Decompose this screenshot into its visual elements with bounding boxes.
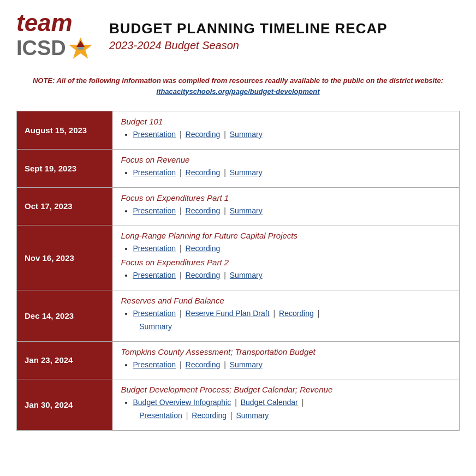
link-recording[interactable]: Recording — [186, 244, 221, 253]
content-cell: Budget Development Process; Budget Calen… — [112, 379, 460, 431]
link-presentation[interactable]: Presentation — [133, 206, 176, 215]
links-list: Presentation | Recording — [133, 242, 451, 255]
link-summary[interactable]: Summary — [236, 411, 269, 420]
table-row: Jan 30, 2024Budget Development Process; … — [17, 379, 460, 431]
link-presentation[interactable]: Presentation — [133, 309, 176, 318]
page-header: team ICSD BUDGET PLANNING TIMELINE RECAP… — [16, 11, 460, 61]
note-link[interactable]: ithacacityschools.org/page/budget-develo… — [156, 87, 319, 96]
link-reserve-fund-plan-draft[interactable]: Reserve Fund Plan Draft — [186, 309, 270, 318]
list-item: Budget Overview Infographic | Budget Cal… — [133, 396, 451, 423]
links-list: Presentation | Reserve Fund Plan Draft |… — [133, 307, 451, 334]
link-separator: | — [177, 130, 183, 139]
date-cell: August 15, 2023 — [17, 111, 112, 150]
link-budget-overview-infographic[interactable]: Budget Overview Infographic — [133, 398, 231, 407]
timeline-table: August 15, 2023Budget 101Presentation | … — [16, 111, 460, 431]
link-separator: | — [222, 206, 228, 215]
table-row: Dec 14, 2023Reserves and Fund BalancePre… — [17, 290, 460, 341]
session-title: Budget Development Process; Budget Calen… — [121, 385, 451, 394]
link-summary[interactable]: Summary — [230, 168, 263, 177]
session-title: Budget 101 — [121, 117, 451, 126]
link-presentation[interactable]: Presentation — [133, 168, 176, 177]
date-cell: Jan 23, 2024 — [17, 341, 112, 379]
content-cell: Tompkins County Assessment; Transportati… — [112, 341, 460, 379]
svg-rect-3 — [78, 50, 84, 52]
link-separator: | — [177, 244, 183, 253]
link-presentation[interactable]: Presentation — [139, 411, 182, 420]
session-title: Tompkins County Assessment; Transportati… — [121, 347, 451, 356]
content-cell: Focus on RevenuePresentation | Recording… — [112, 149, 460, 187]
links-list: Presentation | Recording | Summary — [133, 128, 451, 141]
link-presentation[interactable]: Presentation — [133, 360, 176, 369]
logo: team ICSD — [16, 11, 93, 61]
link-separator: | — [177, 206, 183, 215]
table-row: Nov 16, 2023Long-Range Planning for Futu… — [17, 225, 460, 290]
link-presentation[interactable]: Presentation — [133, 130, 176, 139]
page-subtitle: 2023-2024 Budget Season — [109, 39, 460, 52]
link-recording[interactable]: Recording — [186, 130, 221, 139]
link-summary[interactable]: Summary — [230, 130, 263, 139]
date-cell: Sept 19, 2023 — [17, 149, 112, 187]
list-item: Presentation | Recording | Summary — [133, 359, 451, 372]
content-cell: Long-Range Planning for Future Capital P… — [112, 225, 460, 290]
link-presentation[interactable]: Presentation — [133, 271, 176, 279]
link-separator: | — [222, 360, 228, 369]
content-cell: Reserves and Fund BalancePresentation | … — [112, 290, 460, 341]
links-list: Presentation | Recording | Summary — [133, 359, 451, 372]
link-summary[interactable]: Summary — [230, 271, 263, 279]
link-separator: | — [222, 271, 228, 279]
page-title: BUDGET PLANNING TIMELINE RECAP — [109, 20, 460, 37]
link-budget-calendar[interactable]: Budget Calendar — [241, 398, 298, 407]
logo-icsd-text: ICSD — [16, 38, 66, 58]
svg-marker-1 — [76, 41, 85, 47]
link-presentation[interactable]: Presentation — [133, 244, 176, 253]
link-summary[interactable]: Summary — [139, 322, 172, 331]
note-box: NOTE: All of the following information w… — [16, 71, 460, 101]
logo-team-text: team — [16, 11, 93, 35]
table-row: Sept 19, 2023Focus on RevenuePresentatio… — [17, 149, 460, 187]
link-separator: | — [177, 360, 183, 369]
link-separator: | — [177, 168, 183, 177]
list-item: Presentation | Recording | Summary — [133, 205, 451, 218]
session-title: Long-Range Planning for Future Capital P… — [121, 231, 451, 240]
date-cell: Nov 16, 2023 — [17, 225, 112, 290]
link-separator: | — [177, 271, 183, 279]
session-title: Focus on Expenditures Part 2 — [121, 258, 451, 267]
table-row: Jan 23, 2024Tompkins County Assessment; … — [17, 341, 460, 379]
session-title: Focus on Revenue — [121, 155, 451, 164]
link-recording[interactable]: Recording — [279, 309, 314, 318]
links-list: Presentation | Recording | Summary — [133, 205, 451, 218]
session-title: Focus on Expenditures Part 1 — [121, 193, 451, 203]
link-separator: | — [222, 130, 228, 139]
table-row: Oct 17, 2023Focus on Expenditures Part 1… — [17, 187, 460, 225]
content-cell: Focus on Expenditures Part 1Presentation… — [112, 187, 460, 225]
link-recording[interactable]: Recording — [186, 360, 221, 369]
list-item: Presentation | Recording | Summary — [133, 269, 451, 282]
logo-icsd-row: ICSD — [16, 35, 93, 61]
links-list: Budget Overview Infographic | Budget Cal… — [133, 396, 451, 423]
date-cell: Oct 17, 2023 — [17, 187, 112, 225]
list-item: Presentation | Recording | Summary — [133, 128, 451, 141]
link-summary[interactable]: Summary — [230, 360, 263, 369]
date-cell: Jan 30, 2024 — [17, 379, 112, 431]
session-title: Reserves and Fund Balance — [121, 296, 451, 305]
content-cell: Budget 101Presentation | Recording | Sum… — [112, 111, 460, 150]
link-summary[interactable]: Summary — [230, 206, 263, 215]
note-body: NOTE: All of the following information w… — [33, 76, 443, 85]
date-cell: Dec 14, 2023 — [17, 290, 112, 341]
links-list: Presentation | Recording | Summary — [133, 269, 451, 282]
list-item: Presentation | Reserve Fund Plan Draft |… — [133, 307, 451, 334]
link-recording[interactable]: Recording — [192, 411, 227, 420]
list-item: Presentation | Recording | Summary — [133, 166, 451, 180]
table-row: August 15, 2023Budget 101Presentation | … — [17, 111, 460, 150]
logo-star-icon — [68, 35, 93, 61]
link-recording[interactable]: Recording — [186, 206, 221, 215]
link-recording[interactable]: Recording — [186, 168, 221, 177]
link-recording[interactable]: Recording — [186, 271, 221, 279]
note-text: NOTE: All of the following information w… — [19, 75, 457, 97]
title-area: BUDGET PLANNING TIMELINE RECAP 2023-2024… — [109, 20, 460, 52]
logo-area: team ICSD — [16, 11, 93, 61]
links-list: Presentation | Recording | Summary — [133, 166, 451, 180]
link-separator: | — [222, 168, 228, 177]
svg-rect-2 — [78, 47, 84, 50]
list-item: Presentation | Recording — [133, 242, 451, 255]
